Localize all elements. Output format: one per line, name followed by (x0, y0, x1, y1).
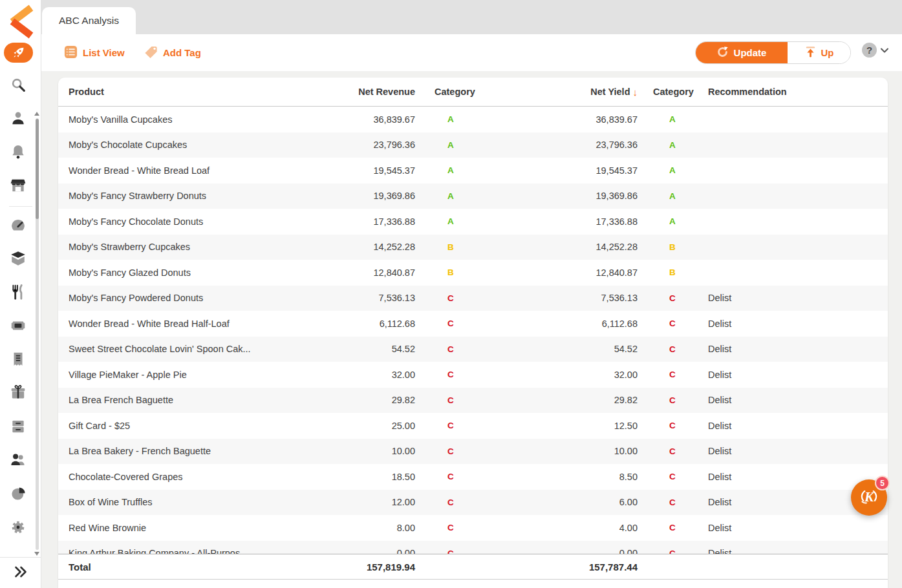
sidebar-scroll-up-icon[interactable] (34, 112, 39, 116)
update-button-group: Update Up (695, 41, 851, 64)
table-row[interactable]: Moby's Chocolate Cupcakes23,796.36A23,79… (58, 132, 888, 158)
recommendation-cell: Delist (689, 472, 877, 482)
yield-category-cell: B (638, 242, 689, 252)
list-view-button[interactable]: List View (63, 34, 125, 71)
yield-category-cell: A (638, 114, 689, 124)
sidebar-item-bell[interactable] (0, 136, 36, 170)
tab-label: ABC Analysis (59, 15, 119, 26)
revenue-category-cell: C (415, 523, 467, 532)
column-header-category-revenue[interactable]: Category (415, 87, 467, 97)
column-header-category-yield[interactable]: Category (638, 87, 689, 97)
sidebar-divider (9, 206, 32, 207)
table-row[interactable]: Moby's Fancy Strawberry Donuts19,369.86A… (58, 184, 888, 209)
table-row[interactable]: Moby's Strawberry Cupcakes14,252.28B14,2… (58, 235, 888, 260)
yield-category-cell: A (638, 216, 689, 226)
revenue-category-cell: C (415, 472, 467, 481)
revenue-category-cell: C (415, 446, 467, 456)
yield-category-cell: C (638, 370, 689, 379)
product-cell: Chocolate-Covered Grapes (69, 472, 353, 482)
table-row[interactable]: Gift Card - $2525.00C12.50CDelist (58, 413, 888, 439)
net-revenue-cell: 17,336.88 (353, 216, 415, 227)
sidebar-item-receipt[interactable] (0, 344, 36, 377)
svg-text:K: K (864, 489, 875, 505)
sidebar-item-ticket[interactable] (0, 310, 36, 344)
revenue-category-cell: C (415, 498, 467, 507)
drawers-icon (10, 418, 27, 437)
sidebar-item-search[interactable] (0, 69, 36, 103)
net-yield-cell: 12.50 (467, 421, 638, 431)
sidebar-scrollbar-thumb[interactable] (36, 119, 39, 219)
gift-icon (10, 384, 27, 404)
net-yield-cell: 14,252.28 (467, 242, 638, 252)
net-yield-cell: 4.00 (467, 523, 638, 533)
column-header-product[interactable]: Product (69, 87, 353, 97)
table-row[interactable]: Box of Wine Truffles12.00C6.00CDelist (58, 490, 888, 516)
column-header-recommendation[interactable]: Recommendation (689, 87, 877, 97)
table-row[interactable]: Moby's Fancy Glazed Donuts12,840.87B12,8… (58, 260, 888, 286)
net-revenue-cell: 36,839.67 (353, 114, 415, 125)
table-row[interactable]: Moby's Vanilla Cupcakes36,839.67A36,839.… (58, 107, 888, 132)
receipt-icon (10, 351, 27, 370)
box-icon (10, 250, 27, 269)
net-revenue-cell: 0.00 (353, 548, 415, 554)
add-tag-button[interactable]: Add Tag (144, 34, 201, 71)
table-row[interactable]: Moby's Fancy Powdered Donuts7,536.13C7,5… (58, 286, 888, 311)
toolbar: List View Add Tag Update (41, 34, 902, 71)
sidebar-item-pie-chart[interactable] (0, 478, 36, 512)
recommendation-cell: Delist (689, 395, 877, 405)
sidebar-item-box[interactable] (0, 243, 36, 277)
update-button[interactable]: Update (695, 41, 788, 64)
yield-category-cell: A (638, 140, 689, 150)
table-row[interactable]: Chocolate-Covered Grapes18.50C8.50CDelis… (58, 464, 888, 490)
table-row[interactable]: Village PieMaker - Apple Pie32.00C32.00C… (58, 362, 888, 388)
product-cell: Sweet Street Chocolate Lovin' Spoon Cak.… (69, 344, 353, 354)
table-body: Moby's Vanilla Cupcakes36,839.67A36,839.… (58, 107, 888, 554)
sidebar-item-rocket[interactable] (0, 36, 36, 69)
help-button[interactable]: ? (862, 43, 877, 58)
sidebar-item-gauge[interactable] (0, 209, 36, 243)
product-cell: Box of Wine Truffles (69, 497, 353, 507)
tab-bar: ABC Analysis (41, 0, 902, 34)
sidebar-expand-button[interactable] (0, 557, 41, 588)
help-menu-chevron[interactable] (879, 45, 890, 58)
settings-icon (10, 519, 27, 538)
sidebar-item-settings[interactable] (0, 512, 36, 545)
table-row[interactable]: Red Wine Brownie8.00C4.00CDelist (58, 515, 888, 541)
revenue-category-cell: A (415, 216, 467, 226)
net-yield-cell: 17,336.88 (467, 216, 638, 227)
table-row[interactable]: Moby's Fancy Chocolate Donuts17,336.88A1… (58, 209, 888, 235)
revenue-category-cell: A (415, 114, 467, 124)
sidebar-item-store[interactable] (0, 170, 36, 204)
bell-icon (10, 143, 27, 163)
yield-category-cell: B (638, 268, 689, 277)
list-view-label: List View (83, 47, 125, 58)
sidebar-item-drawers[interactable] (0, 411, 36, 445)
recommendation-cell: Delist (689, 293, 877, 303)
tab-abc-analysis[interactable]: ABC Analysis (42, 7, 136, 34)
app-logo-icon[interactable] (4, 4, 38, 37)
sidebar-scroll-down-icon[interactable] (34, 552, 39, 556)
table-row[interactable]: La Brea French Baguette29.82C29.82CDelis… (58, 388, 888, 414)
sidebar-item-dining[interactable] (0, 277, 36, 310)
table-row[interactable]: Sweet Street Chocolate Lovin' Spoon Cak.… (58, 337, 888, 362)
revenue-category-cell: C (415, 319, 467, 328)
table-row[interactable]: Wonder Bread - White Bread Loaf19,545.37… (58, 158, 888, 184)
net-yield-cell: 7,536.13 (467, 293, 638, 303)
net-revenue-cell: 23,796.36 (353, 140, 415, 150)
sidebar-item-customers[interactable] (0, 445, 36, 478)
upload-arrow-icon (804, 46, 817, 60)
column-header-net-yield[interactable]: Net Yield ↓ (467, 87, 638, 98)
table-row[interactable]: Wonder Bread - White Bread Half-Loaf6,11… (58, 311, 888, 337)
up-button[interactable]: Up (788, 42, 850, 63)
net-revenue-cell: 14,252.28 (353, 242, 415, 252)
gauge-icon (10, 216, 27, 236)
sidebar-item-gift[interactable] (0, 377, 36, 411)
sidebar-item-user[interactable] (0, 103, 36, 136)
notification-badge: 5 (875, 476, 890, 490)
column-header-net-revenue[interactable]: Net Revenue (353, 87, 415, 97)
recommendation-cell: Delist (689, 446, 877, 456)
net-yield-cell: 32.00 (467, 370, 638, 380)
table-row[interactable]: King Arthur Baking Company - All-Purpos.… (58, 541, 888, 554)
table-row[interactable]: La Brea Bakery - French Baguette10.00C10… (58, 439, 888, 465)
up-label: Up (821, 47, 834, 58)
